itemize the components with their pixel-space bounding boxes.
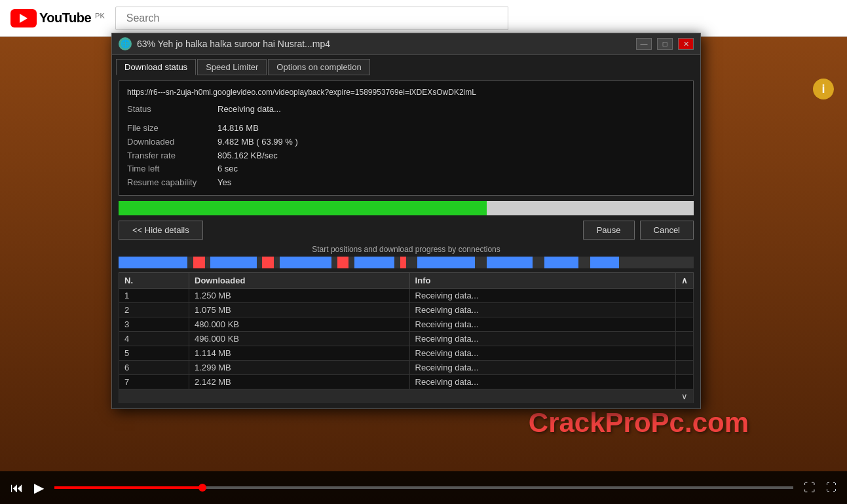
- status-row-resume: Resume capability Yes: [127, 176, 685, 190]
- maximize-button[interactable]: □: [657, 38, 673, 50]
- seg-1: [119, 257, 187, 268]
- seg-5: [280, 257, 331, 268]
- cell-downloaded: 496.000 KB: [189, 331, 410, 346]
- player-controls: ⏮ ▶ ⛶ ⛶: [0, 471, 847, 504]
- search-input[interactable]: [115, 7, 508, 30]
- status-row-status: Status Receiving data...: [127, 103, 685, 117]
- youtube-logo[interactable]: YouTube PK: [10, 9, 105, 27]
- status-box: https://r6---sn-2uja-h0ml.googlevideo.co…: [119, 81, 694, 196]
- col-header-info: Info: [409, 272, 675, 288]
- status-row-filesize: File size 14.816 MB: [127, 122, 685, 135]
- cell-n: 1: [119, 288, 189, 302]
- tab-options-completion[interactable]: Options on completion: [268, 59, 369, 75]
- connections-table: N. Downloaded Info ∧ 1 1.250 MB Receivin…: [119, 272, 694, 403]
- cell-empty: [676, 346, 694, 360]
- cell-empty: [676, 374, 694, 389]
- cell-empty: [676, 302, 694, 317]
- transfer-rate-label: Transfer rate: [127, 149, 212, 163]
- close-button[interactable]: ✕: [678, 38, 694, 50]
- info-icon[interactable]: i: [813, 79, 834, 99]
- status-value: Receiving data...: [217, 103, 281, 117]
- dialog-tabs: Download status Speed Limiter Options on…: [112, 55, 700, 75]
- status-row-transfer: Transfer rate 805.162 KB/sec: [127, 149, 685, 163]
- cell-info: Receiving data...: [409, 374, 675, 389]
- cell-downloaded: 480.000 KB: [189, 317, 410, 331]
- cell-downloaded: 1.075 MB: [189, 302, 410, 317]
- transfer-rate-value: 805.162 KB/sec: [217, 149, 278, 163]
- cell-empty: [676, 317, 694, 331]
- seg-11: [544, 257, 579, 268]
- progress-dot: [198, 484, 206, 492]
- download-dialog: 🌐 63% Yeh jo halka halka suroor hai Nusr…: [111, 33, 701, 409]
- table-row: 5 1.114 MB Receiving data...: [119, 346, 694, 360]
- connections-table-wrapper[interactable]: N. Downloaded Info ∧ 1 1.250 MB Receivin…: [119, 272, 694, 403]
- table-header-row: N. Downloaded Info ∧: [119, 272, 694, 288]
- dialog-titlebar: 🌐 63% Yeh jo halka halka suroor hai Nusr…: [112, 33, 700, 55]
- cell-info: Receiving data...: [409, 346, 675, 360]
- fullscreen-icon[interactable]: ⛶: [804, 481, 816, 495]
- seg-12: [590, 257, 619, 268]
- cell-downloaded: 1.299 MB: [189, 360, 410, 374]
- prev-button[interactable]: ⏮: [10, 480, 24, 495]
- cell-info: Receiving data...: [409, 317, 675, 331]
- seg-rest: [619, 257, 694, 268]
- seg-4: [262, 257, 274, 268]
- dialog-app-icon: 🌐: [119, 37, 132, 50]
- minimize-button[interactable]: —: [636, 38, 652, 50]
- dialog-title: 63% Yeh jo halka halka suroor hai Nusrat…: [137, 39, 631, 49]
- seg-gap2: [205, 257, 211, 268]
- cell-downloaded: 1.250 MB: [189, 288, 410, 302]
- time-left-value: 6 sec: [217, 162, 238, 176]
- tab-download-status[interactable]: Download status: [116, 59, 196, 75]
- youtube-logo-icon: [10, 9, 37, 27]
- cancel-button[interactable]: Cancel: [640, 221, 694, 240]
- settings-icon[interactable]: ⛶: [826, 482, 837, 494]
- status-row-time: Time left 6 sec: [127, 162, 685, 176]
- main-progress-bar: [119, 201, 694, 215]
- file-size-label: File size: [127, 122, 212, 135]
- cell-n: 3: [119, 317, 189, 331]
- cell-n: 2: [119, 302, 189, 317]
- resume-capability-value: Yes: [217, 176, 231, 190]
- segment-label: Start positions and download progress by…: [119, 245, 694, 254]
- cell-downloaded: 1.114 MB: [189, 346, 410, 360]
- table-row: 2 1.075 MB Receiving data...: [119, 302, 694, 317]
- hide-details-button[interactable]: << Hide details: [119, 221, 203, 240]
- dialog-controls: — □ ✕: [636, 38, 694, 50]
- file-size-value: 14.816 MB: [217, 122, 259, 135]
- cell-n: 6: [119, 360, 189, 374]
- scroll-up-icon[interactable]: ∧: [681, 276, 688, 285]
- seg-2: [193, 257, 205, 268]
- col-header-downloaded: Downloaded: [189, 272, 410, 288]
- cell-info: Receiving data...: [409, 288, 675, 302]
- seg-gap3: [257, 257, 263, 268]
- cell-empty: [676, 331, 694, 346]
- resume-capability-label: Resume capability: [127, 176, 212, 190]
- seg-gap5: [331, 257, 337, 268]
- seg-gap11: [578, 257, 590, 268]
- status-label: Status: [127, 103, 212, 117]
- seg-gap8: [406, 257, 418, 268]
- cell-n: 4: [119, 331, 189, 346]
- seg-3: [210, 257, 256, 268]
- cell-n: 5: [119, 346, 189, 360]
- youtube-logo-pk: PK: [95, 12, 105, 20]
- seg-gap10: [533, 257, 544, 268]
- dialog-content: https://r6---sn-2uja-h0ml.googlevideo.co…: [112, 75, 700, 408]
- tab-speed-limiter[interactable]: Speed Limiter: [197, 59, 267, 75]
- seg-8: [400, 257, 406, 268]
- scroll-down-icon[interactable]: ∨: [681, 391, 688, 401]
- pause-button[interactable]: Pause: [583, 221, 635, 240]
- seg-gap1: [187, 257, 193, 268]
- watermark-text: CrackProPc.com: [529, 407, 749, 439]
- play-button[interactable]: ▶: [34, 480, 44, 495]
- seg-9: [417, 257, 475, 268]
- table-row: 6 1.299 MB Receiving data...: [119, 360, 694, 374]
- main-progress-fill: [119, 201, 487, 215]
- youtube-logo-text: YouTube: [39, 10, 91, 26]
- seg-gap7: [394, 257, 400, 268]
- table-row: 1 1.250 MB Receiving data...: [119, 288, 694, 302]
- seg-gap9: [475, 257, 487, 268]
- video-progress-bar[interactable]: [54, 486, 793, 489]
- status-row-downloaded: Downloaded 9.482 MB ( 63.99 % ): [127, 135, 685, 149]
